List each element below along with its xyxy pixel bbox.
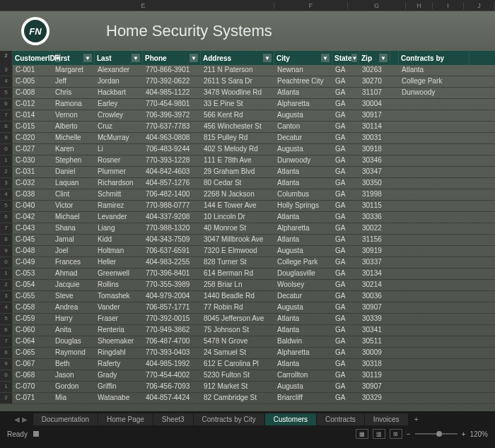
cell-state[interactable]: GA xyxy=(332,133,359,143)
cell-zip[interactable]: 30347 xyxy=(359,167,390,177)
cell-customerid[interactable]: C-068 xyxy=(13,370,52,381)
row-number[interactable]: 1 xyxy=(0,155,13,166)
cell-zip[interactable]: 30917 xyxy=(359,110,390,121)
cell-customerid[interactable]: C-045 xyxy=(13,235,52,245)
cell-phone[interactable]: 770-637-7783 xyxy=(143,122,201,132)
cell-customerid[interactable]: C-065 xyxy=(13,348,52,358)
cell-phone[interactable]: 404-983-2255 xyxy=(143,257,201,268)
row-number[interactable]: 6 xyxy=(0,99,13,110)
cell-first[interactable]: Clint xyxy=(52,189,95,200)
cell-city[interactable]: Alpharetta xyxy=(274,99,332,110)
cell-first[interactable]: Andrea xyxy=(52,302,95,313)
cell-customerid[interactable]: C-071 xyxy=(13,393,52,403)
cell-address[interactable]: 828 Turner St xyxy=(201,257,274,268)
cell-first[interactable]: Vernon xyxy=(52,110,95,121)
cell-address[interactable]: 3478 Woodline Rd xyxy=(201,88,274,98)
cell-state[interactable]: GA xyxy=(332,235,359,245)
col-letter[interactable]: J xyxy=(464,2,495,9)
cell-city[interactable]: Atlanta xyxy=(274,212,332,223)
cell-contracts[interactable] xyxy=(399,122,470,132)
cell-contracts[interactable] xyxy=(399,314,470,324)
cell-zip[interactable]: 30918 xyxy=(359,144,390,155)
cell-first[interactable]: Jacquie xyxy=(52,280,95,290)
cell-phone[interactable]: 404-985-1122 xyxy=(143,88,201,98)
table-row[interactable]: 1C-030StephenRosner770-393-1228111 E 78t… xyxy=(0,155,495,167)
header-phone[interactable]: Phone▼ xyxy=(143,51,201,65)
row-number[interactable]: 3 xyxy=(0,178,13,189)
cell-first[interactable]: Gordon xyxy=(52,382,95,392)
cell-state[interactable]: GA xyxy=(332,212,359,223)
cell-state[interactable]: GA xyxy=(332,99,359,110)
cell-first[interactable]: Ramona xyxy=(52,99,95,110)
header-last[interactable]: Last▼ xyxy=(95,51,143,65)
cell-zip[interactable]: 30339 xyxy=(359,314,390,324)
cell-last[interactable]: Hackbart xyxy=(95,88,143,98)
cell-city[interactable]: Dunwoody xyxy=(274,155,332,166)
cell-city[interactable]: Holly Springs xyxy=(274,201,332,211)
cell-contracts[interactable] xyxy=(399,269,470,279)
cell-contracts[interactable] xyxy=(399,370,470,381)
table-row[interactable]: 2C-054JacquieRollins770-355-3989258 Bria… xyxy=(0,280,495,291)
cell-first[interactable]: Alberto xyxy=(52,122,95,132)
cell-state[interactable]: GA xyxy=(332,201,359,211)
row-number[interactable]: 7 xyxy=(0,110,13,121)
cell-state[interactable]: GA xyxy=(332,359,359,370)
cell-contracts[interactable] xyxy=(399,110,470,121)
row-number[interactable]: 4 xyxy=(0,76,13,87)
cell-first[interactable]: Mia xyxy=(52,393,95,403)
cell-customerid[interactable]: C-053 xyxy=(13,269,52,279)
cell-state[interactable]: GA xyxy=(332,348,359,358)
cell-customerid[interactable]: C-005 xyxy=(13,76,52,87)
cell-customerid[interactable]: C-015 xyxy=(13,122,52,132)
cell-city[interactable]: Atlanta xyxy=(274,235,332,245)
sheet-tab-invoices[interactable]: Invoices xyxy=(365,413,409,425)
cell-contracts[interactable]: Atlanta xyxy=(399,65,470,76)
cell-address[interactable]: 24 Samuel St xyxy=(201,348,274,358)
cell-phone[interactable]: 770-393-0403 xyxy=(143,348,201,358)
header-zip[interactable]: Zip▼ xyxy=(359,51,390,65)
cell-zip[interactable]: 31998 xyxy=(359,189,390,200)
cell-state[interactable]: GA xyxy=(332,314,359,324)
filter-dropdown-icon[interactable]: ▼ xyxy=(83,54,92,62)
cell-zip[interactable]: 30919 xyxy=(359,246,390,257)
cell-contracts[interactable] xyxy=(399,189,470,200)
table-row[interactable]: 7C-043ShanaLiang770-988-132040 Monroe St… xyxy=(0,223,495,235)
cell-address[interactable]: 614 Berman Rd xyxy=(201,269,274,279)
cell-city[interactable]: Atlanta xyxy=(274,325,332,336)
cell-contracts[interactable] xyxy=(399,393,470,403)
header-first[interactable]: First▼ xyxy=(52,51,95,65)
cell-last[interactable]: Greenwell xyxy=(95,269,143,279)
cell-state[interactable]: GA xyxy=(332,336,359,347)
cell-city[interactable]: Douglasville xyxy=(274,269,332,279)
cell-contracts[interactable] xyxy=(399,235,470,245)
table-row[interactable]: 2C-071MiaWatanabe404-857-442482 Cambridg… xyxy=(0,393,495,404)
cell-last[interactable]: Grady xyxy=(95,370,143,381)
cell-customerid[interactable]: C-032 xyxy=(13,178,52,189)
table-row[interactable]: 5C-059HarryFraser770-392-00158045 Jeffer… xyxy=(0,314,495,325)
row-number[interactable]: 2 xyxy=(0,167,13,177)
cell-zip[interactable]: 30270 xyxy=(359,76,390,87)
row-number[interactable]: 1 xyxy=(0,382,13,392)
cell-city[interactable]: Augusta xyxy=(274,246,332,257)
cell-customerid[interactable]: C-067 xyxy=(13,359,52,370)
cell-state[interactable]: GA xyxy=(332,291,359,302)
cell-first[interactable]: Ahmad xyxy=(52,269,95,279)
cell-phone[interactable]: 404-343-7509 xyxy=(143,235,201,245)
sheet-tab-customers[interactable]: Customers xyxy=(265,413,317,425)
cell-last[interactable]: Plummer xyxy=(95,167,143,177)
cell-address[interactable]: 10 Lincoln Dr xyxy=(201,212,274,223)
cell-city[interactable]: Augusta xyxy=(274,110,332,121)
cell-first[interactable]: Jason xyxy=(52,370,95,381)
cell-last[interactable]: Renteria xyxy=(95,325,143,336)
cell-first[interactable]: Laquan xyxy=(52,178,95,189)
cell-customerid[interactable]: C-064 xyxy=(13,336,52,347)
cell-city[interactable]: Newnan xyxy=(274,65,332,76)
cell-address[interactable]: 77 Robin Rd xyxy=(201,302,274,313)
cell-last[interactable]: Richardson xyxy=(95,178,143,189)
cell-address[interactable]: 5478 N Grove xyxy=(201,336,274,347)
cell-first[interactable]: Douglas xyxy=(52,336,95,347)
table-row[interactable]: 4C-038ClintSchmitt706-482-14002268 N Jac… xyxy=(0,189,495,201)
cell-city[interactable]: Columbus xyxy=(274,189,332,200)
cell-last[interactable]: Griffin xyxy=(95,382,143,392)
table-row[interactable]: 3C-001MargaretAlexander770-866-3901211 N… xyxy=(0,65,495,76)
